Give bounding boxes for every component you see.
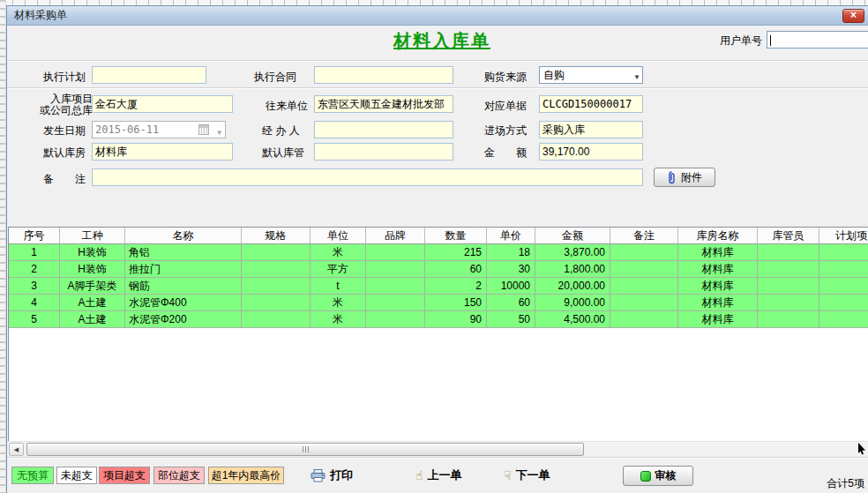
table-cell[interactable]: A土建 xyxy=(60,311,125,328)
column-header-9[interactable]: 金额 xyxy=(535,228,610,244)
print-button[interactable]: 打印 xyxy=(311,465,353,486)
table-row[interactable]: 3A脚手架类钢筋t21000020,000.00材料库 xyxy=(9,278,868,295)
table-cell[interactable] xyxy=(366,244,425,261)
user-no-input[interactable] xyxy=(767,31,868,49)
column-header-6[interactable]: 品牌 xyxy=(366,228,425,244)
table-cell[interactable]: 50 xyxy=(487,311,535,328)
table-cell[interactable]: H装饰 xyxy=(60,261,125,278)
scrollbar-thumb[interactable] xyxy=(26,443,584,456)
table-cell[interactable] xyxy=(758,311,819,328)
table-cell[interactable] xyxy=(819,295,868,311)
next-order-button[interactable]: ☟ 下一单 xyxy=(504,465,550,486)
column-header-2[interactable]: 工种 xyxy=(60,228,125,244)
table-cell[interactable]: 60 xyxy=(425,261,487,278)
counterparty-input[interactable]: 东营区天顺五金建材批发部 xyxy=(314,95,453,113)
table-cell[interactable]: H装饰 xyxy=(60,244,125,261)
table-cell[interactable]: A土建 xyxy=(60,295,125,311)
column-header-7[interactable]: 数量 xyxy=(425,228,487,244)
table-cell[interactable]: 材料库 xyxy=(678,278,758,295)
scroll-left-button[interactable]: ◀ xyxy=(9,443,24,456)
column-header-1[interactable]: 序号 xyxy=(9,228,60,244)
table-cell[interactable]: t xyxy=(311,278,366,295)
table-row[interactable]: 2H装饰推拉门平方60301,800.00材料库 xyxy=(9,261,868,278)
table-cell[interactable]: 角铝 xyxy=(125,244,242,261)
table-cell[interactable] xyxy=(366,295,425,311)
table-cell[interactable]: 4,500.00 xyxy=(535,311,610,328)
table-cell[interactable]: 150 xyxy=(425,295,487,311)
table-cell[interactable]: 30 xyxy=(487,261,535,278)
window-titlebar[interactable]: 材料采购单 xyxy=(7,6,868,26)
table-cell[interactable] xyxy=(242,278,311,295)
column-header-11[interactable]: 库房名称 xyxy=(678,228,758,244)
remark-input[interactable] xyxy=(92,168,643,186)
audit-button[interactable]: 审核 xyxy=(623,466,693,486)
table-cell[interactable]: 2 xyxy=(9,261,60,278)
column-header-10[interactable]: 备注 xyxy=(610,228,678,244)
table-row[interactable]: 5A土建水泥管Φ200米90504,500.00材料库 xyxy=(9,311,868,328)
table-cell[interactable] xyxy=(758,244,819,261)
table-cell[interactable]: 材料库 xyxy=(678,295,758,311)
table-cell[interactable]: 材料库 xyxy=(678,261,758,278)
column-header-13[interactable]: 计划项目 xyxy=(819,228,868,244)
table-cell[interactable]: 米 xyxy=(311,311,366,328)
column-header-3[interactable]: 名称 xyxy=(125,228,242,244)
table-cell[interactable] xyxy=(758,261,819,278)
date-picker[interactable]: 2015-06-11 ▼ xyxy=(92,121,226,138)
table-cell[interactable] xyxy=(758,295,819,311)
table-row[interactable]: 1H装饰角铝米215183,870.00材料库 xyxy=(9,244,868,261)
table-cell[interactable]: 5 xyxy=(9,311,60,328)
previous-order-button[interactable]: ☝ 上一单 xyxy=(415,465,462,486)
table-cell[interactable] xyxy=(366,311,425,328)
table-cell[interactable]: 90 xyxy=(425,311,487,328)
table-cell[interactable]: 米 xyxy=(311,244,366,261)
table-cell[interactable] xyxy=(610,295,678,311)
entry-mode-input[interactable]: 采购入库 xyxy=(539,121,643,138)
table-cell[interactable]: A脚手架类 xyxy=(60,278,125,295)
table-cell[interactable]: 钢筋 xyxy=(125,278,242,295)
close-button[interactable]: × xyxy=(842,9,864,23)
table-cell[interactable]: 18 xyxy=(487,244,535,261)
table-cell[interactable]: 推拉门 xyxy=(125,261,242,278)
exec-plan-input[interactable] xyxy=(92,66,206,84)
column-header-5[interactable]: 单位 xyxy=(311,228,366,244)
handler-input[interactable] xyxy=(314,121,453,138)
default-warehouse-input[interactable]: 材料库 xyxy=(92,143,233,161)
table-cell[interactable]: 60 xyxy=(487,295,535,311)
table-cell[interactable] xyxy=(610,278,678,295)
table-cell[interactable] xyxy=(242,295,311,311)
table-cell[interactable]: 米 xyxy=(311,295,366,311)
ref-doc-input[interactable]: CLCGD150000017 xyxy=(539,95,643,113)
table-cell[interactable] xyxy=(819,261,868,278)
table-cell[interactable]: 1 xyxy=(9,244,60,261)
purchase-source-select[interactable]: 自购 ▼ xyxy=(539,66,643,84)
table-cell[interactable]: 1,800.00 xyxy=(535,261,610,278)
table-cell[interactable]: 平方 xyxy=(311,261,366,278)
table-cell[interactable]: 材料库 xyxy=(678,244,758,261)
table-cell[interactable] xyxy=(242,244,311,261)
table-row[interactable]: 4A土建水泥管Φ400米150609,000.00材料库 xyxy=(9,295,868,311)
table-cell[interactable]: 材料库 xyxy=(678,311,758,328)
table-cell[interactable] xyxy=(610,311,678,328)
table-cell[interactable] xyxy=(610,261,678,278)
table-cell[interactable] xyxy=(242,311,311,328)
horizontal-scrollbar[interactable]: ◀ xyxy=(8,441,868,456)
exec-contract-input[interactable] xyxy=(314,66,453,84)
table-cell[interactable] xyxy=(366,278,425,295)
table-cell[interactable]: 4 xyxy=(9,295,60,311)
table-cell[interactable]: 9,000.00 xyxy=(535,295,610,311)
table-cell[interactable]: 10000 xyxy=(487,278,535,295)
table-cell[interactable] xyxy=(819,311,868,328)
project-input[interactable]: 金石大厦 xyxy=(92,95,233,113)
table-cell[interactable] xyxy=(610,244,678,261)
attachment-button[interactable]: 附件 xyxy=(654,168,715,187)
table-cell[interactable]: 水泥管Φ400 xyxy=(125,295,242,311)
default-keeper-input[interactable] xyxy=(314,143,453,161)
table-cell[interactable]: 2 xyxy=(425,278,487,295)
table-cell[interactable] xyxy=(819,278,868,295)
table-cell[interactable]: 水泥管Φ200 xyxy=(125,311,242,328)
table-cell[interactable]: 20,000.00 xyxy=(535,278,610,295)
column-header-8[interactable]: 单价 xyxy=(487,228,535,244)
table-cell[interactable]: 3,870.00 xyxy=(535,244,610,261)
table-cell[interactable] xyxy=(819,244,868,261)
table-cell[interactable] xyxy=(366,261,425,278)
